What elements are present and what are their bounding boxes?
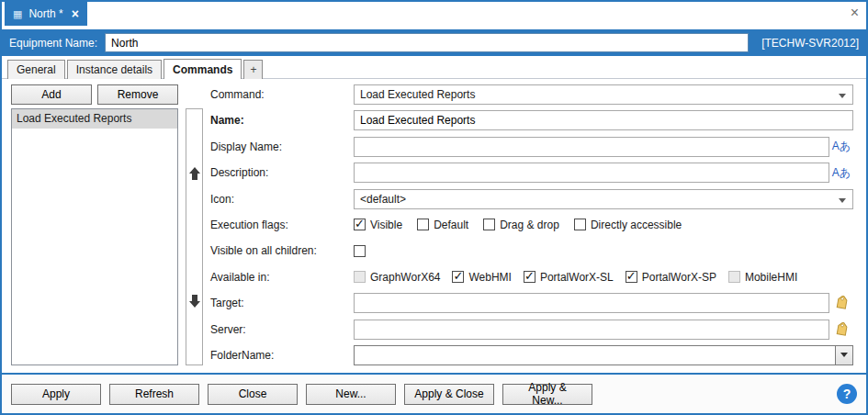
list-buttons: Add Remove <box>11 84 178 105</box>
tab-commands[interactable]: Commands <box>163 59 242 79</box>
list-item-load-executed-reports[interactable]: Load Executed Reports <box>12 109 177 129</box>
checkbox-label: Directly accessible <box>591 219 682 231</box>
checkbox-webhmi[interactable]: WebHMI <box>452 271 511 284</box>
description-row: Description: Aあ <box>210 163 853 183</box>
icon-label: Icon: <box>210 193 354 206</box>
reorder-strip <box>186 108 203 365</box>
tab-add[interactable]: + <box>243 60 263 79</box>
checkbox-label: MobileHMI <box>745 271 797 284</box>
icon-row: Icon: <default> <box>210 189 853 209</box>
available-in-label: Available in: <box>210 271 354 284</box>
tab-general[interactable]: General <box>7 60 65 79</box>
folder-name-label: FolderName: <box>210 349 354 362</box>
question-mark-icon: ? <box>843 387 851 401</box>
checkbox-box[interactable] <box>728 271 740 283</box>
checkbox-box[interactable] <box>626 271 637 283</box>
translate-icon: Aあ <box>832 139 851 154</box>
refresh-button[interactable]: Refresh <box>109 384 199 405</box>
tag-browse-button[interactable] <box>829 322 853 337</box>
checkbox-portalworx-sl[interactable]: PortalWorX-SL <box>524 271 614 284</box>
folder-name-input[interactable] <box>355 346 835 365</box>
checkbox-default[interactable]: Default <box>417 219 468 231</box>
move-up-button[interactable] <box>186 109 202 237</box>
folder-name-row: FolderName: <box>210 345 853 365</box>
translate-button[interactable]: Aあ <box>829 165 853 181</box>
document-tab-title: North * <box>28 7 62 20</box>
apply-new-button[interactable]: Apply & New... <box>502 384 592 405</box>
checkbox-box[interactable] <box>354 219 366 230</box>
add-button[interactable]: Add <box>11 84 92 105</box>
folder-name-dropdown-button[interactable] <box>835 346 852 365</box>
up-arrow-icon <box>188 166 201 181</box>
visible-all-children-row: Visible on all children: <box>210 241 853 261</box>
window-close-icon[interactable]: × <box>851 6 859 20</box>
chevron-down-icon <box>840 353 848 357</box>
remove-button[interactable]: Remove <box>97 84 178 105</box>
tag-browse-button[interactable] <box>829 296 853 310</box>
checkbox-directly-accessible[interactable]: Directly accessible <box>574 219 682 231</box>
translate-button[interactable]: Aあ <box>829 139 853 154</box>
footer-bar: Apply Refresh Close New... Apply & Close… <box>2 373 866 413</box>
help-button[interactable]: ? <box>837 384 857 404</box>
icon-combobox[interactable]: <default> <box>354 189 853 209</box>
visible-all-children-label: Visible on all children: <box>210 244 354 257</box>
checkbox-box[interactable] <box>452 271 464 283</box>
name-row: Name: <box>210 110 853 130</box>
target-label: Target: <box>210 297 354 309</box>
server-name-label: [TECHW-SVR2012] <box>761 37 859 50</box>
tab-instance-details[interactable]: Instance details <box>67 60 162 79</box>
equipment-name-bar: Equipment Name: [TECHW-SVR2012] <box>2 29 866 56</box>
server-input[interactable] <box>354 320 829 340</box>
checkbox-visible[interactable]: Visible <box>354 219 402 231</box>
titlebar: ▦ North * × × <box>2 2 866 29</box>
folder-name-combobox <box>354 345 853 365</box>
command-value: Load Executed Reports <box>360 88 475 101</box>
checkbox-label: WebHMI <box>468 271 511 284</box>
command-form: Command: Load Executed Reports Name: Dis… <box>210 84 853 365</box>
checkbox-box[interactable] <box>354 245 366 257</box>
target-input[interactable] <box>354 293 829 313</box>
checkbox-label: PortalWorX-SP <box>642 271 716 284</box>
execution-flags-label: Execution flags: <box>210 219 354 231</box>
checkbox-graphworx64[interactable]: GraphWorX64 <box>354 271 440 284</box>
commands-list-panel: Add Remove Load Executed Reports <box>11 84 178 365</box>
checkbox-box[interactable] <box>524 271 535 283</box>
description-label: Description: <box>210 166 354 179</box>
down-arrow-icon <box>188 294 201 308</box>
apply-button[interactable]: Apply <box>11 384 101 405</box>
translate-icon: Aあ <box>832 165 851 181</box>
checkbox-label: Default <box>434 219 468 231</box>
command-combobox[interactable]: Load Executed Reports <box>354 84 853 105</box>
checkbox-portalworx-sp[interactable]: PortalWorX-SP <box>626 271 716 284</box>
name-label: Name: <box>210 114 354 127</box>
checkbox-box[interactable] <box>354 271 366 283</box>
checkbox-box[interactable] <box>417 219 429 230</box>
equipment-name-input[interactable] <box>105 33 749 52</box>
execution-flags-group: Visible Default Drag & drop Directly acc… <box>354 219 853 231</box>
available-in-group: GraphWorX64 WebHMI PortalWorX-SL PortalW… <box>354 271 853 284</box>
commands-panel: Add Remove Load Executed Reports <box>2 79 866 373</box>
new-button[interactable]: New... <box>306 384 396 405</box>
available-in-row: Available in: GraphWorX64 WebHMI PortalW… <box>210 267 853 287</box>
checkbox-box[interactable] <box>483 219 495 230</box>
move-down-button[interactable] <box>186 237 202 365</box>
tab-strip: General Instance details Commands + <box>2 56 866 79</box>
execution-flags-row: Execution flags: Visible Default Drag & … <box>210 215 853 235</box>
close-button[interactable]: Close <box>208 384 298 405</box>
chevron-down-icon <box>839 94 846 98</box>
display-name-label: Display Name: <box>210 140 354 153</box>
document-tab-north[interactable]: ▦ North * × <box>5 2 87 26</box>
checkbox-label: PortalWorX-SL <box>540 271 614 284</box>
tag-icon <box>834 322 849 337</box>
checkbox-visible-on-all-children[interactable] <box>354 245 366 257</box>
tab-close-icon[interactable]: × <box>72 7 79 20</box>
server-label: Server: <box>210 323 354 336</box>
apply-close-button[interactable]: Apply & Close <box>404 384 494 405</box>
checkbox-box[interactable] <box>574 219 586 230</box>
description-input[interactable] <box>354 163 829 183</box>
name-input[interactable] <box>354 110 853 130</box>
checkbox-mobilehmi[interactable]: MobileHMI <box>728 271 797 284</box>
display-name-input[interactable] <box>354 137 829 157</box>
checkbox-drag-drop[interactable]: Drag & drop <box>483 219 559 231</box>
server-row: Server: <box>210 320 853 340</box>
